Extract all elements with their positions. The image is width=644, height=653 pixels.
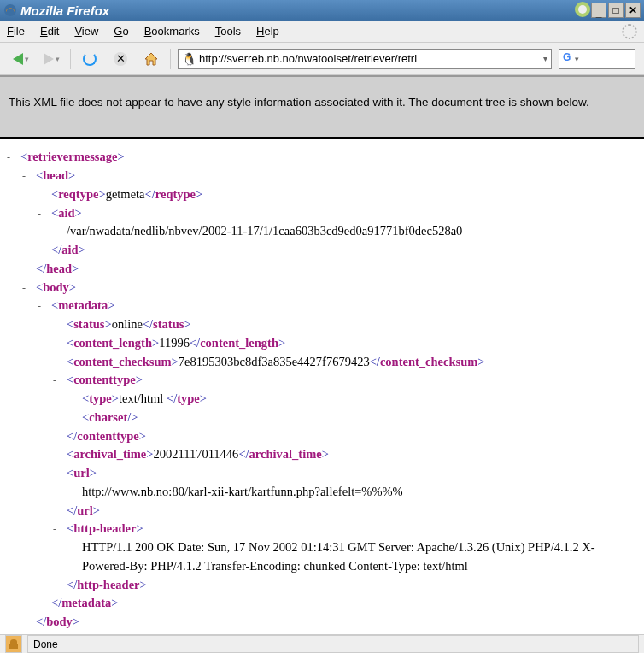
dropdown-icon[interactable]: ▾: [543, 54, 547, 63]
search-bar[interactable]: G ▾: [559, 49, 635, 69]
tag-metadata[interactable]: metadata: [58, 298, 108, 312]
home-button[interactable]: [139, 48, 163, 70]
menu-view[interactable]: View: [74, 25, 98, 38]
menubar: File Edit View Go Bookmarks Tools Help: [0, 21, 644, 43]
address-bar[interactable]: 🐧 ▾: [178, 49, 552, 69]
close-button[interactable]: ✕: [625, 3, 641, 18]
tag-retrievermessage[interactable]: retrievermessage: [27, 150, 117, 163]
reload-button[interactable]: [78, 48, 102, 70]
notice-text: This XML file does not appear to have an…: [9, 96, 589, 109]
menu-help[interactable]: Help: [256, 25, 279, 38]
forward-button[interactable]: ▾: [39, 48, 63, 70]
toggle-icon[interactable]: -: [53, 466, 56, 481]
status-value: online: [112, 317, 143, 331]
tag-url[interactable]: url: [73, 466, 90, 479]
menu-file[interactable]: File: [7, 25, 25, 38]
svg-text:G: G: [563, 51, 571, 63]
security-icon[interactable]: [5, 635, 22, 653]
tag-content-checksum[interactable]: content_checksum: [73, 355, 171, 368]
statusbar: Done: [0, 634, 644, 653]
firefox-icon: [3, 3, 17, 17]
xml-tree: - <retrievermessage> - <head> <reqtype>g…: [0, 139, 644, 634]
menu-bookmarks[interactable]: Bookmarks: [144, 25, 200, 38]
toolbar: ▾ ▾ ✕ 🐧 ▾ G ▾: [0, 43, 644, 75]
search-dropdown-icon[interactable]: ▾: [575, 55, 579, 63]
toggle-icon[interactable]: -: [38, 298, 41, 314]
svg-point-2: [578, 5, 587, 14]
content-checksum-value: 7e8195303bc8df3a835e4427f7679423: [179, 355, 370, 368]
toggle-icon[interactable]: -: [7, 150, 10, 165]
url-value: http://www.nb.no:80/karl-xii-kart/kartfu…: [82, 485, 403, 498]
tag-body[interactable]: body: [43, 280, 69, 294]
status-text: Done: [27, 635, 639, 653]
tag-content-length[interactable]: content_length: [73, 336, 152, 350]
separator: [70, 49, 71, 69]
type-value: text/html: [119, 391, 167, 405]
toggle-icon[interactable]: -: [22, 280, 26, 296]
tag-aid[interactable]: aid: [58, 206, 74, 220]
menu-tools[interactable]: Tools: [215, 25, 241, 38]
suse-icon: [574, 1, 591, 21]
minimize-button[interactable]: _: [591, 3, 606, 18]
tag-type[interactable]: type: [89, 391, 112, 405]
url-input[interactable]: [199, 52, 543, 65]
tag-charset[interactable]: charset: [89, 410, 127, 424]
maximize-button[interactable]: □: [608, 3, 624, 18]
throbber-icon: [622, 24, 637, 39]
content-length-value: 11996: [159, 336, 190, 350]
site-icon: 🐧: [182, 52, 196, 66]
tag-head[interactable]: head: [43, 168, 68, 182]
xml-notice: This XML file does not appear to have an…: [0, 75, 644, 139]
tag-http-header[interactable]: http-header: [73, 521, 136, 535]
tag-archival-time[interactable]: archival_time: [73, 447, 146, 461]
separator: [170, 49, 171, 69]
http-header-value: HTTP/1.1 200 OK Date: Sun, 17 Nov 2002 0…: [82, 540, 595, 573]
window-title: Mozilla Firefox: [20, 3, 569, 18]
tag-contenttype[interactable]: contenttype: [73, 373, 136, 386]
toggle-icon[interactable]: -: [53, 521, 56, 537]
aid-value: /var/nwadata/nedlib/nbvev/2002-11-17/1/1…: [67, 224, 462, 238]
tag-status[interactable]: status: [73, 317, 104, 331]
google-icon: G: [563, 51, 575, 66]
toggle-icon[interactable]: -: [22, 168, 26, 184]
svg-point-0: [4, 4, 16, 16]
archival-time-value: 20021117011446: [153, 447, 238, 461]
menu-go[interactable]: Go: [114, 25, 128, 38]
tag-reqtype[interactable]: reqtype: [58, 187, 98, 201]
toggle-icon[interactable]: -: [53, 373, 56, 388]
titlebar: Mozilla Firefox _ □ ✕: [0, 0, 644, 21]
menu-edit[interactable]: Edit: [40, 25, 59, 38]
toggle-icon[interactable]: -: [38, 206, 41, 221]
back-button[interactable]: ▾: [9, 48, 32, 70]
reqtype-value: getmeta: [106, 187, 145, 201]
stop-button[interactable]: ✕: [108, 48, 132, 70]
